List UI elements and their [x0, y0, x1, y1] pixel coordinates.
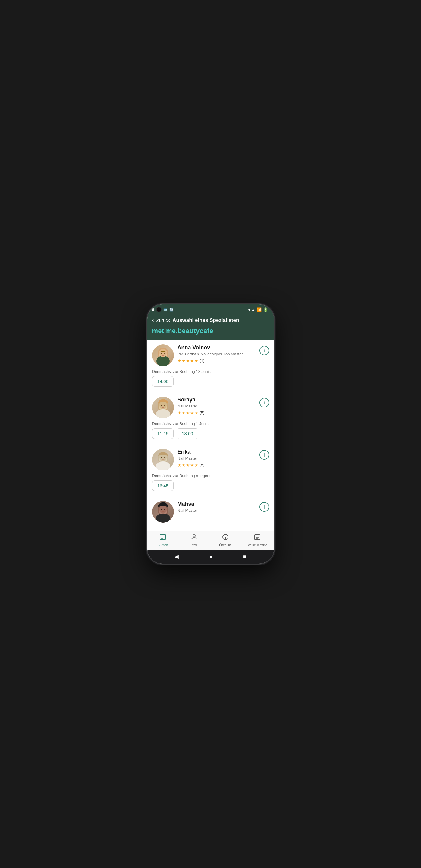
sim-icon: 🪪 [163, 308, 167, 312]
svg-point-14 [156, 461, 170, 470]
rating-count-soraya: (5) [200, 410, 205, 415]
specialist-name-anna: Anna Volnov [177, 344, 256, 351]
avatar-erika [152, 449, 174, 470]
svg-point-4 [161, 352, 162, 354]
avatar-soraya [152, 397, 174, 418]
booking-text-erika: Demnächst zur Buchung morgen: [152, 473, 269, 478]
svg-point-23 [164, 509, 165, 510]
specialist-role-erika: Nail Master [177, 456, 256, 461]
time-slots-soraya: 11:15 18:00 [152, 428, 269, 439]
time-slots-anna: 14:00 [152, 376, 269, 387]
specialist-role-mahsa: Nail Master [177, 508, 256, 513]
svg-point-16 [161, 457, 162, 458]
android-recent-button[interactable]: ■ [243, 554, 247, 560]
time-display: 6 [152, 307, 154, 312]
rating-anna: ★★★★★ (1) [177, 358, 256, 363]
specialist-name-soraya: Soraya [177, 397, 256, 403]
svg-point-2 [156, 355, 170, 366]
stars-erika: ★★★★★ [177, 463, 199, 467]
android-home-button[interactable]: ● [209, 554, 213, 560]
battery-icon: 🔋 [263, 307, 268, 312]
info-button-soraya[interactable]: i [259, 398, 269, 407]
android-back-button[interactable]: ◀ [174, 553, 179, 560]
svg-point-5 [164, 352, 165, 354]
nav-bar: ‹ Zurück Auswahl eines Spezialisten [152, 317, 269, 323]
back-button[interactable]: Zurück [156, 318, 170, 323]
stars-soraya: ★★★★★ [177, 410, 199, 415]
rating-soraya: ★★★★★ (5) [177, 410, 256, 415]
specialist-card-mahsa: Mahsa Nail Master i [148, 496, 274, 530]
svg-point-8 [156, 409, 170, 418]
specialist-info-anna: Anna Volnov PMU Artist & Naildesigner To… [177, 344, 256, 363]
svg-point-11 [164, 405, 165, 406]
specialist-card-anna: Anna Volnov PMU Artist & Naildesigner To… [148, 340, 274, 387]
status-bar-left: 6 🪪 🔄 [152, 307, 173, 312]
rating-count-erika: (5) [200, 463, 205, 467]
specialist-header-soraya: Soraya Nail Master ★★★★★ (5) i [152, 397, 269, 418]
specialist-name-erika: Erika [177, 449, 256, 455]
info-button-mahsa[interactable]: i [259, 502, 269, 512]
nav-item-meine-termine[interactable]: Meine Termine [248, 533, 267, 547]
ueber-uns-icon [222, 533, 229, 542]
nav-label-meine-termine: Meine Termine [248, 544, 267, 547]
android-nav: ◀ ● ■ [148, 550, 274, 564]
nav-label-ueber-uns: Über uns [219, 544, 231, 547]
specialist-card-soraya: Soraya Nail Master ★★★★★ (5) i Demnächst… [148, 392, 274, 439]
svg-point-21 [159, 505, 167, 514]
nav-item-buchen[interactable]: Buchen [154, 533, 172, 547]
phone-frame: 6 🪪 🔄 ▼▲ 📶 🔋 ‹ Zurück Auswahl eines Spez… [148, 304, 274, 564]
booking-text-soraya: Demnächst zur Buchung 1 Juni : [152, 421, 269, 426]
svg-point-30 [225, 535, 226, 536]
time-slot-soraya-1800[interactable]: 18:00 [176, 428, 198, 439]
specialist-info-erika: Erika Nail Master ★★★★★ (5) [177, 449, 256, 467]
header: ‹ Zurück Auswahl eines Spezialisten meti… [148, 314, 274, 340]
meine-termine-icon [254, 533, 261, 542]
rating-count-anna: (1) [200, 358, 205, 363]
nav-label-buchen: Buchen [158, 544, 168, 547]
specialist-card-erika: Erika Nail Master ★★★★★ (5) i Demnächst … [148, 444, 274, 491]
booking-text-anna: Demnächst zur Buchung 18 Juni : [152, 369, 269, 374]
nav-item-profil[interactable]: Profil [185, 533, 203, 547]
buchen-icon [159, 533, 166, 542]
time-slot-erika-1645[interactable]: 16:45 [152, 480, 174, 491]
svg-point-17 [164, 457, 165, 458]
back-arrow-icon[interactable]: ‹ [152, 317, 154, 323]
avatar-mahsa [152, 501, 174, 523]
page-title: Auswahl eines Spezialisten [172, 317, 239, 323]
specialist-header-mahsa: Mahsa Nail Master i [152, 501, 269, 523]
wifi-icon: ▼▲ [248, 307, 255, 312]
status-bar: 6 🪪 🔄 ▼▲ 📶 🔋 [148, 304, 274, 314]
info-button-erika[interactable]: i [259, 450, 269, 460]
nav-label-profil: Profil [191, 544, 198, 547]
specialist-name-mahsa: Mahsa [177, 501, 256, 507]
specialist-header-anna: Anna Volnov PMU Artist & Naildesigner To… [152, 344, 269, 366]
info-button-anna[interactable]: i [259, 346, 269, 355]
specialist-role-anna: PMU Artist & Naildesigner Top Master [177, 352, 256, 357]
time-slots-erika: 16:45 [152, 480, 269, 491]
time-slot-soraya-1115[interactable]: 11:15 [152, 428, 174, 439]
svg-point-20 [156, 514, 170, 523]
brand-name: metime.beautycafe [152, 327, 269, 335]
camera-icon [156, 307, 162, 312]
stars-anna: ★★★★★ [177, 358, 199, 363]
nav-item-ueber-uns[interactable]: Über uns [216, 533, 234, 547]
avatar-anna [152, 344, 174, 366]
rating-erika: ★★★★★ (5) [177, 463, 256, 467]
time-slot-anna-1400[interactable]: 14:00 [152, 376, 174, 387]
specialist-info-soraya: Soraya Nail Master ★★★★★ (5) [177, 397, 256, 415]
phone-screen: 6 🪪 🔄 ▼▲ 📶 🔋 ‹ Zurück Auswahl eines Spez… [148, 304, 274, 564]
svg-point-22 [161, 509, 162, 510]
svg-point-10 [161, 405, 162, 406]
nfc-icon: 🔄 [169, 308, 173, 312]
svg-point-3 [159, 349, 167, 357]
content-area[interactable]: Anna Volnov PMU Artist & Naildesigner To… [148, 340, 274, 531]
specialist-role-soraya: Nail Master [177, 404, 256, 409]
status-icons: ▼▲ 📶 🔋 [248, 307, 268, 312]
specialist-header-erika: Erika Nail Master ★★★★★ (5) i [152, 449, 269, 470]
profil-icon [190, 533, 198, 542]
signal-icon: 📶 [257, 307, 262, 312]
svg-point-28 [193, 535, 195, 537]
bottom-nav: Buchen Profil [148, 531, 274, 550]
specialist-info-mahsa: Mahsa Nail Master [177, 501, 256, 515]
